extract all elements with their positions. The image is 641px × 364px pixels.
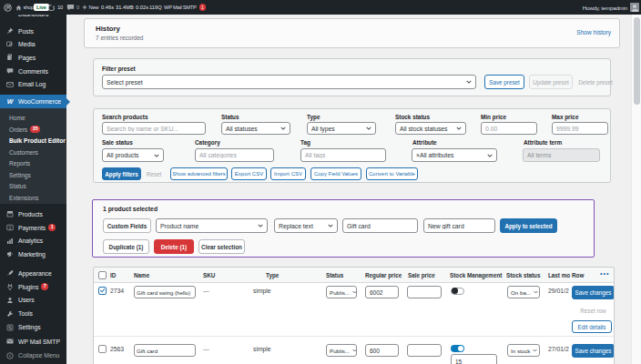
updates-menu[interactable]: 10: [47, 0, 63, 15]
stock-status-select[interactable]: All stock statuses: [395, 122, 466, 135]
preset-select[interactable]: Select preset: [102, 75, 476, 89]
show-advanced-filters-button[interactable]: Show advanced filters: [170, 167, 228, 180]
qm-time[interactable]: 0.46s: [101, 0, 114, 15]
row-checkbox[interactable]: [98, 345, 107, 353]
convert-to-variable-button[interactable]: Convert to Variable: [366, 167, 418, 180]
bulk-action-select[interactable]: Replace text: [274, 218, 338, 233]
save-changes-button[interactable]: Save changes: [572, 286, 615, 299]
sidebar-item-analytics[interactable]: Analytics: [0, 235, 66, 248]
sale-status-select[interactable]: All products: [102, 148, 164, 162]
sidebar-item-plugins[interactable]: Plugins 7: [0, 280, 66, 293]
sidebar-subitem-status[interactable]: Status: [0, 180, 66, 192]
cell-status-select[interactable]: Publis...: [326, 286, 357, 298]
tag-input[interactable]: [300, 148, 386, 162]
select-all-checkbox[interactable]: [98, 271, 107, 279]
wp-mail-smtp-menu[interactable]: WP Mail SMTP 1: [164, 0, 206, 15]
name-input-field[interactable]: [137, 289, 193, 296]
cell-sale-price-input[interactable]: [407, 286, 442, 298]
sale-price-input-field[interactable]: [412, 348, 437, 354]
stock-management-toggle[interactable]: [451, 345, 464, 352]
max-price-input[interactable]: [552, 122, 608, 135]
delete-preset-button[interactable]: Delete preset: [575, 75, 616, 89]
bulk-search-input-field[interactable]: [347, 223, 413, 229]
type-select[interactable]: All types: [307, 122, 376, 135]
page-scrollbar[interactable]: [631, 15, 641, 364]
reset-row-button[interactable]: Reset row: [572, 306, 615, 316]
cell-stock-qty-input[interactable]: [451, 354, 497, 364]
regular-price-input-field[interactable]: [370, 348, 394, 354]
sidebar-item-wp-mail-smtp[interactable]: WP Mail SMTP: [0, 335, 66, 348]
bulk-replace-input[interactable]: [423, 218, 495, 233]
save-preset-button[interactable]: Save preset: [484, 75, 524, 89]
sidebar-item-marketing[interactable]: Marketing: [0, 248, 66, 260]
sidebar-item-dashboard[interactable]: Dashboard: [0, 15, 66, 20]
table-menu-icon[interactable]: •••: [600, 270, 609, 277]
new-content-menu[interactable]: New: [82, 0, 98, 15]
wp-logo-menu[interactable]: [4, 0, 12, 15]
qm-db-time[interactable]: 0.02s: [136, 0, 148, 15]
max-price-input-field[interactable]: [556, 126, 604, 132]
import-csv-button[interactable]: Import CSV: [270, 167, 306, 180]
sidebar-subitem-orders[interactable]: Orders35: [0, 124, 66, 136]
search-products-input-field[interactable]: [107, 126, 201, 132]
collapse-menu-button[interactable]: Collapse Menu: [0, 349, 66, 362]
sidebar-subitem-settings[interactable]: Settings: [0, 169, 66, 181]
sidebar-subitem-reports[interactable]: Reports: [0, 157, 66, 169]
duplicate-button[interactable]: Duplicate (1): [103, 239, 149, 254]
cell-regular-price-input[interactable]: [365, 344, 399, 357]
sidebar-item-posts[interactable]: Posts: [0, 25, 66, 37]
sidebar-item-tools[interactable]: Tools: [0, 308, 66, 320]
copy-field-values-button[interactable]: Copy Field Values: [310, 167, 361, 180]
cell-stock-status-select[interactable]: In stock: [507, 344, 540, 357]
clear-selection-button[interactable]: Clear selection: [198, 239, 245, 254]
category-input-field[interactable]: [199, 152, 270, 158]
row-checkbox[interactable]: [98, 287, 107, 295]
name-input-field[interactable]: [137, 348, 193, 354]
cell-name-input[interactable]: [134, 344, 196, 357]
sidebar-item-media[interactable]: Media: [0, 38, 66, 51]
qm-queries[interactable]: 119Q: [149, 0, 162, 15]
save-changes-button[interactable]: Save changes: [572, 344, 615, 358]
sidebar-subitem-extensions[interactable]: Extensions: [0, 192, 66, 204]
category-input[interactable]: [195, 148, 274, 162]
qm-memory[interactable]: 31.4MB: [116, 0, 134, 15]
export-csv-button[interactable]: Export CSV: [231, 167, 267, 180]
sidebar-item-woocommerce[interactable]: W WooCommerce: [0, 95, 66, 108]
cell-stock-status-select[interactable]: On ba...: [507, 286, 540, 298]
comments-menu[interactable]: 0: [66, 0, 79, 15]
delete-button[interactable]: Delete (1): [154, 239, 194, 254]
sidebar-item-pages[interactable]: Pages: [0, 51, 66, 64]
bulk-field-select[interactable]: Product name: [156, 218, 268, 233]
sale-price-input-field[interactable]: [412, 289, 437, 296]
sidebar-item-products[interactable]: Products: [0, 207, 66, 220]
update-preset-button[interactable]: Update preset: [529, 75, 573, 89]
status-select[interactable]: All statuses: [221, 122, 290, 135]
regular-price-input-field[interactable]: [370, 289, 394, 296]
cell-name-input[interactable]: [134, 286, 196, 298]
sidebar-subitem-bulk-product-editor[interactable]: Bulk Product Editor: [0, 135, 66, 147]
sidebar-subitem-home[interactable]: Home: [0, 112, 66, 124]
search-products-input[interactable]: [102, 122, 206, 135]
bulk-search-input[interactable]: [342, 218, 418, 233]
account-menu[interactable]: Howdy, tempadmin: [583, 0, 639, 15]
sidebar-item-comments[interactable]: Comments: [0, 65, 66, 77]
cell-regular-price-input[interactable]: [365, 286, 399, 298]
cell-status-select[interactable]: Publis...: [326, 344, 357, 357]
tag-input-field[interactable]: [305, 152, 382, 158]
apply-to-selected-button[interactable]: Apply to selected: [500, 218, 557, 233]
custom-fields-button[interactable]: Custom Fields: [103, 218, 151, 233]
sidebar-item-email-log[interactable]: Email Log: [0, 78, 66, 91]
sidebar-item-appearance[interactable]: Appearance: [0, 267, 66, 279]
sidebar-item-payments[interactable]: Payments 1: [0, 221, 66, 234]
site-menu[interactable]: shop: [15, 0, 34, 15]
bulk-replace-input-field[interactable]: [428, 223, 491, 229]
reset-filters-button[interactable]: Reset: [145, 167, 163, 180]
min-price-input-field[interactable]: [485, 126, 533, 132]
stock-management-toggle[interactable]: [451, 288, 464, 295]
edit-details-button[interactable]: Edit details: [572, 320, 612, 333]
sidebar-item-users[interactable]: Users: [0, 294, 66, 307]
sidebar-subitem-customers[interactable]: Customers: [0, 147, 66, 158]
show-history-link[interactable]: Show history: [576, 29, 611, 35]
min-price-input[interactable]: [481, 122, 537, 135]
cell-sale-price-input[interactable]: [407, 344, 442, 357]
